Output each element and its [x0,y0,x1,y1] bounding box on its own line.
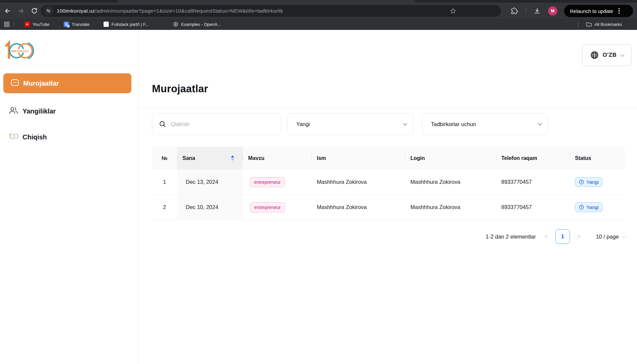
column-header-login: Login [405,147,496,170]
cell-telefon: 8933770457 [496,195,570,220]
reload-icon [31,7,38,14]
search-input[interactable] [171,121,274,127]
url-domain: 100imkoniyat.uz [57,8,95,14]
site-settings-icon [46,8,51,14]
bookmark-label: Examples - OpenA... [181,22,221,27]
svg-text:IMKONIYAT: IMKONIYAT [11,50,29,53]
current-page-button[interactable]: 1 [555,229,570,244]
sidebar-item-label: Murojaatlar [23,80,59,87]
sort-carets-icon[interactable] [231,155,234,161]
chevron-down-icon [538,121,541,125]
table-row[interactable]: 2 Dec 10, 2024 entrepreneur Mashhhura Zo… [152,195,625,220]
tab-strip [0,0,637,3]
bookmark-openai-examples[interactable]: Examples - OpenA... [173,22,221,27]
main-content: O'ZB Murojaatlar Yangi [138,30,637,364]
extensions-button[interactable] [511,7,518,14]
sidebar-item-yangiliklar[interactable]: Yangiliklar [0,104,133,119]
sidebar-item-label: Yangiliklar [23,108,56,115]
url-text: 100imkoniyat.uz/admin/murojaatlar?page=1… [57,8,283,14]
forward-button[interactable] [15,5,27,17]
cell-ism: Mashhhura Zokirova [312,170,405,194]
status-filter-select[interactable]: Yangi [287,113,413,135]
requests-table: № Sana Mavzu Ism Login Telefon raqam Sta… [152,147,625,220]
prev-page-button[interactable]: < [544,233,548,240]
main-header: O'ZB Murojaatlar [138,30,637,109]
browser-chrome: 100imkoniyat.uz/admin/murojaatlar?page=1… [0,0,637,30]
cell-mavzu: entrepreneur [243,170,312,194]
table-row[interactable]: 1 Dec 13, 2024 entrepreneur Mashhhura Zo… [152,170,625,195]
cell-no: 1 [152,170,177,194]
star-icon [450,7,457,14]
column-header-no: № [152,147,177,170]
sidebar-item-chiqish[interactable]: Chiqish [0,129,133,145]
page-favicon-icon [104,22,109,27]
sidebar: IMKONIYAT Murojaatlar Yangiliklar [0,30,138,364]
chevron-down-icon [620,52,625,57]
back-button[interactable] [2,5,13,17]
bookmark-fullstack[interactable]: Fullstack part0 | F... [104,22,149,27]
downloads-button[interactable] [533,7,541,15]
apps-button[interactable] [4,22,10,27]
bookmarks-divider [14,22,14,27]
page-size-select[interactable]: 10 / page [596,234,625,240]
table-header-row: № Sana Mavzu Ism Login Telefon raqam Sta… [152,147,625,170]
site-settings-button[interactable] [43,6,53,16]
translate-icon: G [64,22,69,27]
cell-status: Yangi [570,170,625,194]
bookmark-label: Translate [72,22,90,27]
globe-icon [590,51,599,59]
topic-tag: entrepreneur [250,177,285,187]
status-badge: Yangi [575,202,602,212]
relaunch-label: Relaunch to update [570,8,613,14]
url-path: /admin/murojaatlar?page=1&size=10&callRe… [95,8,283,14]
cell-sana: Dec 10, 2024 [177,195,243,220]
all-bookmarks-button[interactable]: All Bookmarks [586,22,622,27]
bookmark-star-button[interactable] [450,7,457,14]
column-header-mavzu: Mavzu [243,147,312,170]
bookmark-translate[interactable]: G Translate [64,22,90,27]
filters-row: Yangi Tadbirkorlar uchun [152,113,637,135]
all-bookmarks-label: All Bookmarks [595,22,622,27]
chevron-down-icon [622,234,626,238]
search-icon [159,120,166,128]
bookmark-youtube[interactable]: YouTube [25,22,49,27]
url-bar[interactable]: 100imkoniyat.uz/admin/murojaatlar?page=1… [41,5,501,17]
bookmark-label: Fullstack part0 | F... [111,22,149,27]
chevron-down-icon [403,121,407,125]
cell-ism: Mashhhura Zokirova [312,195,405,220]
browser-toolbar: 100imkoniyat.uz/admin/murojaatlar?page=1… [0,3,637,19]
column-header-sana[interactable]: Sana [177,147,243,170]
browser-menu-icon[interactable] [616,7,622,15]
audience-filter-select[interactable]: Tadbirkorlar uchun [422,113,548,135]
cell-login: Mashhhura Zokirova [405,170,496,194]
language-selector[interactable]: O'ZB [582,44,631,66]
column-header-status: Status [570,147,625,170]
profile-button[interactable]: M [548,6,557,16]
logo-mini-icon [9,133,19,141]
reload-button[interactable] [29,5,40,17]
toolbar-divider [526,8,526,14]
youtube-icon [25,22,30,27]
cell-status: Yangi [570,195,625,220]
back-icon [4,7,11,15]
screen: 100imkoniyat.uz/admin/murojaatlar?page=1… [0,0,637,364]
app-page: IMKONIYAT Murojaatlar Yangiliklar [0,30,637,364]
search-box[interactable] [152,113,281,135]
column-header-telefon: Telefon raqam [496,147,570,170]
language-value: O'ZB [603,52,617,58]
app-logo[interactable]: IMKONIYAT [4,40,35,62]
relaunch-button[interactable]: Relaunch to update [564,5,633,17]
active-tab[interactable] [117,0,415,3]
bookmarks-divider [578,22,578,27]
page-size-value: 10 / page [596,234,619,240]
sidebar-item-label: Chiqish [23,133,47,141]
sidebar-item-murojaatlar[interactable]: Murojaatlar [3,73,131,93]
apps-grid-icon [4,22,10,27]
openai-icon [173,22,178,27]
next-page-button[interactable]: > [577,233,581,240]
audience-filter-value: Tadbirkorlar uchun [431,121,476,127]
avatar: M [548,6,557,16]
cell-login: Mashhhura Zokirova [405,195,496,220]
pagination: 1-2 dan 2 elementlar < 1 > 10 / page [152,229,625,244]
forward-icon [17,7,25,15]
